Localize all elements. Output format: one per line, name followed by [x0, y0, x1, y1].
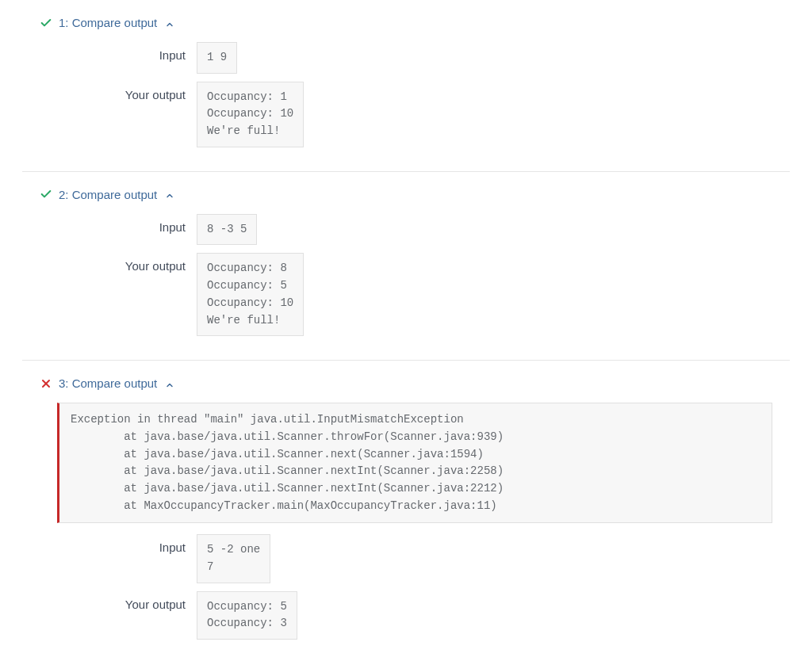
input-label: Input — [40, 214, 197, 234]
chevron-up-icon — [165, 18, 174, 28]
your-output-label: Your output — [40, 591, 197, 611]
output-row: Your output Occupancy: 8 Occupancy: 5 Oc… — [40, 253, 790, 336]
test-title: 3: Compare output — [59, 376, 157, 390]
test-results-container: 1: Compare output Input 1 9 Your output … — [0, 0, 812, 661]
input-row: Input 1 9 — [40, 42, 790, 74]
test-header-3[interactable]: 3: Compare output — [40, 376, 790, 390]
your-output-value: Occupancy: 5 Occupancy: 3 — [197, 591, 297, 640]
input-value: 5 -2 one 7 — [197, 534, 270, 583]
cross-icon — [40, 377, 52, 390]
input-row: Input 8 -3 5 — [40, 214, 790, 246]
test-header-1[interactable]: 1: Compare output — [40, 16, 790, 29]
input-label: Input — [40, 534, 197, 554]
chevron-up-icon — [165, 189, 174, 199]
your-output-value: Occupancy: 8 Occupancy: 5 Occupancy: 10 … — [197, 253, 304, 336]
your-output-value: Occupancy: 1 Occupancy: 10 We're full! — [197, 82, 304, 147]
test-block-3: 3: Compare output Exception in thread "m… — [22, 360, 790, 661]
test-header-2[interactable]: 2: Compare output — [40, 188, 790, 201]
test-title: 1: Compare output — [59, 16, 157, 29]
output-row: Your output Occupancy: 1 Occupancy: 10 W… — [40, 82, 790, 147]
input-label: Input — [40, 42, 197, 62]
test-block-1: 1: Compare output Input 1 9 Your output … — [22, 0, 790, 171]
input-value: 1 9 — [197, 42, 237, 74]
checkmark-icon — [40, 188, 52, 201]
input-row: Input 5 -2 one 7 — [40, 534, 790, 583]
your-output-label: Your output — [40, 253, 197, 273]
test-block-2: 2: Compare output Input 8 -3 5 Your outp… — [22, 171, 790, 360]
chevron-up-icon — [165, 379, 174, 388]
checkmark-icon — [40, 17, 52, 29]
input-value: 8 -3 5 — [197, 214, 257, 246]
error-trace: Exception in thread "main" java.util.Inp… — [57, 403, 772, 523]
output-row: Your output Occupancy: 5 Occupancy: 3 — [40, 591, 790, 640]
test-title: 2: Compare output — [59, 188, 157, 201]
your-output-label: Your output — [40, 82, 197, 101]
